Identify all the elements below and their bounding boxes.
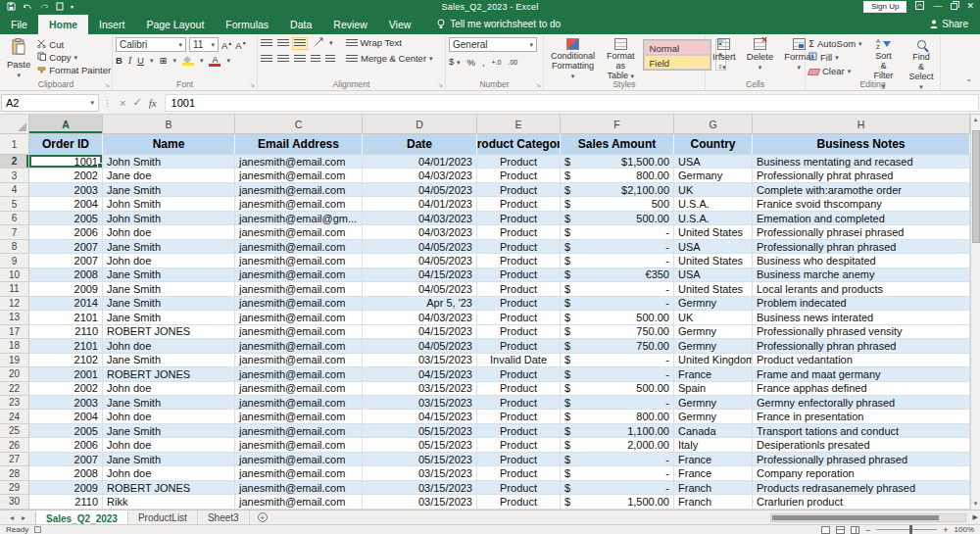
cell-date[interactable]: 05/15/2023 [363, 438, 477, 452]
insert-function-icon[interactable]: fx [149, 97, 157, 109]
cell-email[interactable]: janesmith@email.com [235, 268, 363, 282]
row-header[interactable]: 9 [0, 254, 29, 267]
cell-name[interactable]: John doe [103, 466, 235, 480]
cell-date[interactable]: 04/03/2023 [363, 311, 477, 324]
font-size-select[interactable]: 11▾ [189, 37, 219, 52]
cell-email[interactable]: janesmith@email.com [235, 225, 363, 239]
cell-order-id[interactable]: 2110 [29, 325, 103, 339]
cell-date[interactable]: Apr 5, '23 [363, 297, 477, 311]
cell-email[interactable]: janesmith@email.com [235, 367, 363, 381]
cell-date[interactable]: 04/03/2023 [363, 212, 477, 225]
touch-mode-icon[interactable] [56, 2, 64, 11]
cut-button[interactable]: Cut [37, 39, 111, 51]
vertical-scroll-thumb[interactable] [972, 130, 980, 243]
borders-icon[interactable]: ⊞ [159, 55, 167, 67]
cell-amount[interactable]: $500.00 [561, 311, 674, 324]
sheet-nav-right-icon[interactable]: ▸ [22, 513, 25, 522]
cell-date[interactable]: 04/05/2023 [363, 339, 477, 353]
cell-date[interactable]: 04/01/2023 [363, 155, 477, 169]
underline-dropdown[interactable]: ▾ [150, 57, 154, 65]
italic-button[interactable]: I [128, 55, 131, 67]
cell-date[interactable]: 04/05/2023 [363, 240, 477, 254]
enter-icon[interactable]: ✓ [132, 96, 141, 109]
scroll-up-icon[interactable]: ▲ [971, 115, 980, 125]
underline-button[interactable]: U [137, 55, 144, 67]
fill-button[interactable]: Fill▾ [808, 52, 862, 64]
cell-order-id[interactable]: 2004 [29, 197, 103, 211]
cell-order-id[interactable]: 2009 [29, 282, 103, 296]
row-header[interactable]: 10 [0, 268, 29, 282]
cell-country[interactable]: Franch [674, 481, 753, 495]
cell-date[interactable]: 04/03/2023 [363, 169, 477, 182]
column-header-f[interactable]: F [561, 115, 674, 134]
close-button[interactable]: ✕ [966, 2, 974, 11]
cell-country[interactable]: UK [674, 183, 753, 197]
share-button[interactable]: Share [930, 19, 980, 34]
cell-category[interactable]: Product [477, 212, 561, 225]
cell-country[interactable]: United States [674, 282, 753, 296]
row-header[interactable]: 13 [0, 311, 29, 324]
cell-order-id[interactable]: 2007 [29, 254, 103, 267]
cell-country[interactable]: Germny [674, 339, 753, 353]
tab-page-layout[interactable]: Page Layout [135, 15, 215, 34]
cell-order-id[interactable]: 2005 [29, 212, 103, 225]
cell-category[interactable]: Product [477, 495, 561, 509]
cell-country[interactable]: U.S.A. [674, 197, 753, 211]
cell-country[interactable]: Spain [674, 382, 753, 396]
grow-font-icon[interactable]: A▲ [221, 37, 232, 52]
page-layout-view-icon[interactable] [836, 526, 845, 534]
row-header[interactable]: 24 [0, 410, 29, 423]
cell-name[interactable]: Jane Smith [103, 311, 235, 324]
cell-notes[interactable]: Crarlurien product [753, 495, 970, 509]
cell-amount[interactable]: $- [561, 254, 674, 267]
cell-country[interactable]: Germny [674, 297, 753, 311]
autosum-button[interactable]: ΣAutoSom▾ [808, 38, 862, 50]
cell-notes[interactable]: Professionally phrased phrased [753, 453, 970, 466]
currency-format-button[interactable]: $ ▾ [449, 56, 460, 69]
cell-country[interactable]: Germany [674, 169, 753, 182]
cell-order-id[interactable]: 2014 [29, 297, 103, 311]
merge-center-button[interactable]: Merge & Center▾ [346, 53, 433, 65]
cell-notes[interactable]: Germny enfectorally phrased [753, 396, 970, 410]
cell-amount[interactable]: $- [561, 466, 674, 480]
zoom-slider-thumb[interactable] [909, 525, 912, 534]
cell-order-id[interactable]: 2009 [29, 481, 103, 495]
sign-up-button[interactable]: Sign Up [863, 1, 906, 13]
cell-amount[interactable]: $- [561, 453, 674, 466]
row-header[interactable]: 18 [0, 339, 29, 353]
row-header[interactable]: 12 [0, 297, 29, 311]
qat-customize-icon[interactable]: ▾ [71, 3, 74, 10]
cell-date[interactable]: 05/15/2023 [363, 424, 477, 438]
fill-color-dropdown[interactable]: ▾ [200, 57, 204, 65]
cell-notes[interactable]: Frame and maat germany [753, 367, 970, 381]
header-order-id[interactable]: Order ID [29, 134, 103, 155]
cell-amount[interactable]: $1,500.00 [561, 495, 674, 509]
cell-order-id[interactable]: 2003 [29, 396, 103, 410]
row-header[interactable]: 2 [0, 155, 29, 169]
cell-date[interactable]: 04/03/2023 [363, 225, 477, 239]
cell-email[interactable]: janesmith@email.com [235, 155, 363, 169]
cell-category[interactable]: Product [477, 325, 561, 339]
cell-email[interactable]: janesmith@email.com [235, 354, 363, 367]
sheet-tab-sheet3[interactable]: Sheet3 [198, 510, 250, 524]
column-header-h[interactable]: H [753, 115, 970, 134]
column-header-e[interactable]: E [477, 115, 561, 134]
style-field[interactable]: Field [644, 55, 710, 70]
cell-name[interactable]: John doe [103, 254, 235, 267]
number-format-select[interactable]: General▾ [449, 37, 537, 52]
format-painter-button[interactable]: Format Painter [37, 65, 111, 76]
cell-country[interactable]: France [674, 466, 753, 480]
formula-bar-splitter[interactable]: ⋮ [103, 98, 112, 108]
cell-category[interactable]: Product [477, 382, 561, 396]
horizontal-scroll-thumb[interactable] [772, 515, 939, 520]
cell-notes[interactable]: Business who despitated [753, 254, 970, 267]
cell-order-id[interactable]: 2006 [29, 438, 103, 452]
cell-amount[interactable]: $2,000.00 [561, 438, 674, 452]
save-icon[interactable] [7, 2, 16, 11]
cell-category[interactable]: Product [477, 155, 561, 169]
header-business-notes[interactable]: Business Notes [753, 134, 970, 155]
normal-view-icon[interactable] [821, 526, 830, 534]
row-header[interactable]: 17 [0, 325, 29, 339]
cell-name[interactable]: ROBERT JONES [103, 325, 235, 339]
cell-category[interactable]: Product [477, 225, 561, 239]
